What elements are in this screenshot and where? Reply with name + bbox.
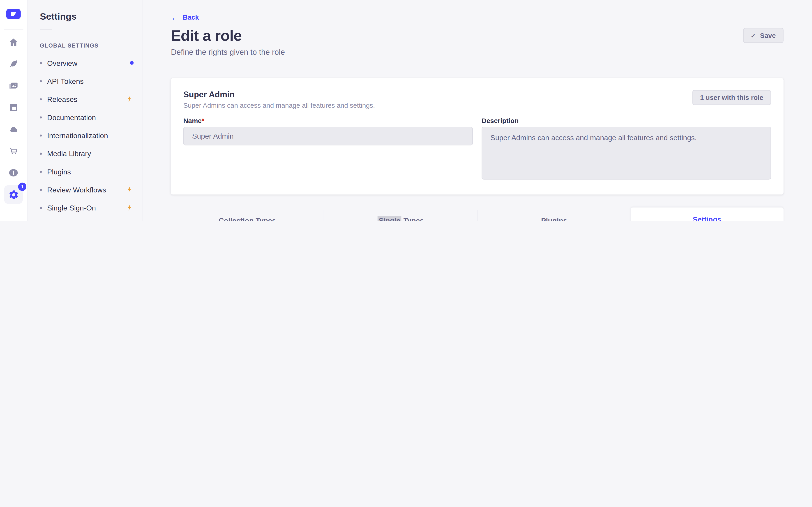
bullet-icon [40,152,42,154]
bullet-icon [40,80,42,82]
bullet-icon [40,171,42,173]
sidebar-item-internationalization[interactable]: Internationalization [28,126,142,144]
sidebar-item-transfer-tokens[interactable]: Transfer Tokens [28,217,142,221]
home-icon[interactable] [8,37,19,48]
settings-nav-active[interactable]: 1 [4,185,23,204]
bullet-icon [40,207,42,209]
sidebar-item-documentation[interactable]: Documentation [28,108,142,126]
notification-badge: 1 [18,182,27,191]
role-name-heading: Super Admin [184,90,375,99]
app-window: 1 KD Settings GLOBAL SETTINGS Overview A… [0,0,812,221]
settings-sidebar: Settings GLOBAL SETTINGS Overview API To… [28,0,143,221]
bullet-icon [40,116,42,118]
gear-icon [8,189,19,200]
divider [4,30,23,30]
back-link[interactable]: ← Back [171,0,199,21]
marketplace-cart-icon[interactable] [8,146,19,156]
bullet-icon [40,62,42,64]
back-arrow-icon: ← [171,13,179,21]
sidebar-item-single-sign-on[interactable]: Single Sign-On [28,199,142,217]
back-label: Back [183,13,199,21]
required-asterisk: * [202,117,204,125]
description-textarea[interactable]: Super Admins can access and manage all f… [481,127,771,179]
bullet-icon [40,98,42,100]
divider [40,30,52,30]
tab-settings[interactable]: Settings [631,207,783,221]
permissions-tabbar: Collection Types Single Types Plugins Se… [171,207,783,221]
page-title: Edit a role [171,28,242,44]
bullet-icon [40,134,42,136]
sidebar-item-releases[interactable]: Releases [28,90,142,108]
info-icon[interactable] [8,168,19,178]
users-with-role-button[interactable]: 1 user with this role [692,90,771,105]
role-description-text: Super Admins can access and manage all f… [184,101,375,109]
selected-text: Single [377,216,402,221]
name-label: Name* [184,117,473,125]
page-subtitle: Define the rights given to the role [171,48,783,56]
section-label-global-settings: GLOBAL SETTINGS [40,42,142,49]
sidebar-item-review-workflows[interactable]: Review Workflows [28,180,142,199]
sidebar-item-overview[interactable]: Overview [28,54,142,72]
tab-collection-types[interactable]: Collection Types [171,210,324,221]
tab-plugins[interactable]: Plugins [478,210,631,221]
cloud-icon[interactable] [8,124,19,134]
lightning-icon [126,204,134,212]
check-icon: ✓ [751,32,756,39]
media-library-icon[interactable] [8,81,19,91]
nav-rail: 1 KD [0,0,28,221]
name-input[interactable] [184,127,473,145]
sidebar-item-media-library[interactable]: Media Library [28,145,142,163]
tab-single-types[interactable]: Single Types [324,210,478,221]
sidebar-item-plugins[interactable]: Plugins [28,163,142,180]
sidebar-title: Settings [40,11,142,22]
main-content: ← Back Edit a role ✓ Save Define the rig… [142,0,812,221]
content-manager-icon[interactable] [8,103,19,113]
strapi-logo-icon[interactable] [6,9,21,19]
content-builder-feather-icon[interactable] [8,59,19,69]
lightning-icon [126,95,134,103]
description-label: Description [481,117,771,125]
lightning-icon [126,186,134,193]
sidebar-item-api-tokens[interactable]: API Tokens [28,72,142,90]
bullet-icon [40,188,42,191]
save-button[interactable]: ✓ Save [743,28,783,43]
role-details-card: Super Admin Super Admins can access and … [171,78,783,194]
notification-dot-icon [130,61,134,65]
